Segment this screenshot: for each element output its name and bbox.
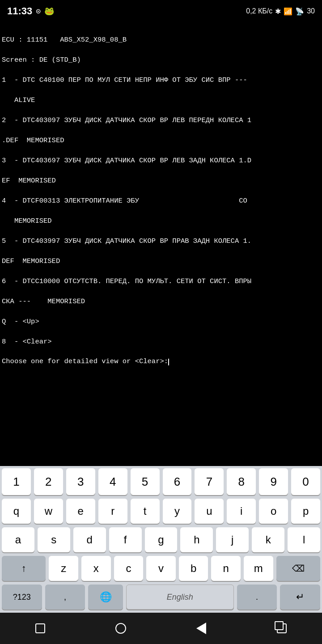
home-button[interactable]: [107, 615, 134, 642]
key-j[interactable]: j: [216, 527, 249, 552]
stop-button[interactable]: [27, 615, 54, 642]
key-r[interactable]: r: [98, 499, 127, 524]
cursor: [168, 359, 169, 366]
key-u[interactable]: u: [195, 499, 224, 524]
key-a[interactable]: a: [2, 527, 34, 552]
nav-bar: [0, 613, 322, 644]
stop-icon: [35, 623, 45, 633]
terminal-line-13: 6 - DTCC10000 ОТСУТСТВ. ПЕРЕД. ПО МУЛЬТ.…: [2, 277, 251, 285]
key-l[interactable]: l: [288, 527, 320, 552]
key-f[interactable]: f: [109, 527, 142, 552]
key-3[interactable]: 3: [66, 468, 95, 495]
keyboard-row-bottom: ?123 , 🌐 English . ↵: [0, 582, 322, 611]
terminal-line-14: СКА --- MEMORISED: [2, 297, 85, 305]
key-h[interactable]: h: [180, 527, 213, 552]
key-8[interactable]: 8: [227, 468, 256, 495]
terminal-line-2: Screen : DE (STD_B): [2, 56, 81, 64]
terminal-line-7: 3 - DTC403697 ЗУБЧ ДИСК ДАТЧИКА СКОР ВР …: [2, 157, 251, 165]
key-m[interactable]: m: [244, 556, 273, 581]
back-button[interactable]: [188, 615, 215, 642]
key-4[interactable]: 4: [98, 468, 127, 495]
key-5[interactable]: 5: [131, 468, 160, 495]
period-key[interactable]: .: [237, 585, 277, 610]
home-icon: [115, 623, 126, 634]
wifi-icon: 📡: [295, 7, 304, 16]
terminal-line-8: EF MEMORISED: [2, 177, 56, 185]
key-i[interactable]: i: [227, 499, 256, 524]
terminal-prompt: Choose one for detailed view or <Clear>:: [2, 357, 168, 365]
terminal-line-12: DEF MEMORISED: [2, 257, 60, 265]
key-p[interactable]: p: [291, 499, 320, 524]
bluetooth-icon: ✱: [275, 7, 281, 16]
keyboard-row-numbers: 1 2 3 4 5 6 7 8 9 0: [0, 466, 322, 496]
app-icon: 🐸: [44, 6, 54, 16]
key-9[interactable]: 9: [259, 468, 288, 495]
key-b[interactable]: b: [179, 556, 208, 581]
comma-key[interactable]: ,: [45, 585, 85, 610]
status-time: 11:33: [7, 5, 32, 17]
notification-icon: ⊙: [36, 6, 41, 16]
key-s[interactable]: s: [38, 527, 70, 552]
terminal-screen[interactable]: ECU : 11151 ABS_X52_X98_08_B Screen : DE…: [0, 22, 322, 466]
signal-icon: 📶: [284, 7, 292, 16]
key-d[interactable]: d: [73, 527, 106, 552]
key-g[interactable]: g: [145, 527, 178, 552]
key-n[interactable]: n: [211, 556, 241, 581]
key-1[interactable]: 1: [2, 468, 31, 495]
space-key[interactable]: English: [126, 585, 234, 610]
enter-key[interactable]: ↵: [280, 585, 320, 610]
key-y[interactable]: y: [163, 499, 192, 524]
keyboard-row-z: ↑ z x c v b n m ⌫: [0, 554, 322, 582]
key-2[interactable]: 2: [34, 468, 63, 495]
terminal-line-10: MEMORISED: [2, 217, 52, 225]
key-w[interactable]: w: [34, 499, 63, 524]
backspace-key[interactable]: ⌫: [276, 556, 320, 581]
key-o[interactable]: o: [259, 499, 288, 524]
keyboard-row-a: a s d f g h j k l: [0, 525, 322, 554]
battery-level: 30: [307, 7, 315, 15]
key-q[interactable]: q: [2, 499, 31, 524]
terminal-line-3: 1 - DTC C40100 ПЕР ПО МУЛ СЕТИ НЕПР ИНФ …: [2, 76, 247, 84]
symbols-key[interactable]: ?123: [2, 585, 42, 610]
terminal-line-9: 4 - DTCF00313 ЭЛЕКТРОПИТАНИЕ ЭБУ CO: [2, 197, 247, 205]
terminal-line-6: .DEF MEMORISED: [2, 136, 64, 144]
key-6[interactable]: 6: [163, 468, 192, 495]
terminal-line-16: 8 - <Clear>: [2, 338, 52, 346]
keyboard: 1 2 3 4 5 6 7 8 9 0 q w e r t y u i o p …: [0, 466, 322, 613]
terminal-line-15: Q - <Up>: [2, 318, 39, 326]
key-v[interactable]: v: [146, 556, 176, 581]
terminal-line-5: 2 - DTC403097 ЗУБЧ ДИСК ДАТЧИКА СКОР ВР …: [2, 116, 251, 124]
recents-icon: [277, 623, 287, 633]
recents-button[interactable]: [268, 615, 295, 642]
key-t[interactable]: t: [131, 499, 160, 524]
key-x[interactable]: x: [81, 556, 111, 581]
keyboard-row-q: q w e r t y u i o p: [0, 496, 322, 525]
network-speed: 0,2 КБ/с: [246, 7, 272, 15]
globe-key[interactable]: 🌐: [88, 585, 123, 610]
key-0[interactable]: 0: [291, 468, 320, 495]
key-e[interactable]: e: [66, 499, 95, 524]
key-c[interactable]: c: [114, 556, 144, 581]
terminal-line-4: ALIVE: [2, 96, 35, 104]
back-icon: [196, 623, 206, 634]
terminal-line-11: 5 - DTC403997 ЗУБЧ ДИСК ДАТЧИКА СКОР ВР …: [2, 237, 251, 245]
key-7[interactable]: 7: [195, 468, 224, 495]
key-z[interactable]: z: [49, 556, 78, 581]
terminal-line-1: ECU : 11151 ABS_X52_X98_08_B: [2, 36, 127, 44]
shift-key[interactable]: ↑: [2, 556, 46, 581]
status-bar: 11:33 ⊙ 🐸 0,2 КБ/с ✱ 📶 📡 30: [0, 0, 322, 22]
key-k[interactable]: k: [252, 527, 284, 552]
